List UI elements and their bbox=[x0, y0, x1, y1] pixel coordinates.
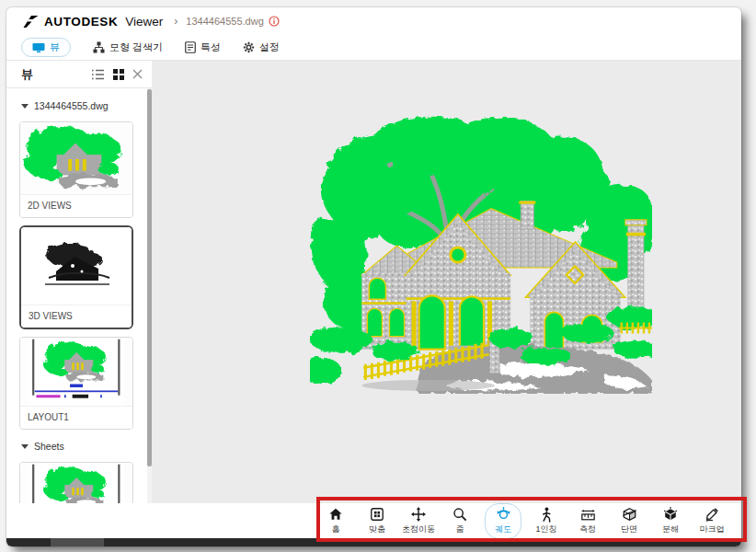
view-thumbnail-card-sheet-layout1[interactable]: LAYOUT1 bbox=[19, 462, 133, 503]
panel-title: 뷰 bbox=[21, 66, 84, 83]
tool-markup[interactable]: 마크업 bbox=[695, 506, 728, 535]
tool-pan[interactable]: 초점이동 bbox=[402, 506, 435, 535]
tab-label: 뷰 bbox=[50, 40, 60, 54]
view-thumbnail-card-layout1[interactable]: LAYOUT1 bbox=[19, 337, 133, 430]
tool-explode[interactable]: 분해 bbox=[654, 506, 687, 535]
tool-orbit[interactable]: 궤도 bbox=[485, 503, 521, 539]
tab-label: 설정 bbox=[259, 40, 280, 54]
tab-view[interactable]: 뷰 bbox=[21, 38, 71, 57]
first-person-icon bbox=[540, 506, 553, 523]
viewer-canvas[interactable] bbox=[152, 61, 741, 503]
autodesk-logo-icon bbox=[23, 15, 39, 29]
document-icon bbox=[185, 41, 196, 53]
thumbnail-label: 2D VIEWS bbox=[20, 194, 132, 217]
tool-home[interactable]: 홈 bbox=[319, 506, 352, 535]
tab-model-browser[interactable]: 모형 검색기 bbox=[93, 40, 163, 54]
view-thumbnail-card-2d[interactable]: 2D VIEWS bbox=[19, 121, 133, 218]
brand-name: AUTODESK bbox=[44, 15, 118, 29]
main-tabbar: 뷰 모형 검색기 특성 설정 bbox=[6, 35, 741, 61]
tree-item-label: 1344464555.dwg bbox=[34, 100, 109, 111]
model-tree-icon bbox=[93, 41, 105, 53]
views-panel-header: 뷰 bbox=[6, 61, 152, 88]
autodesk-logo[interactable]: AUTODESK Viewer bbox=[23, 15, 163, 29]
viewer-window: AUTODESK Viewer › 1344464555.dwg 뷰 bbox=[6, 7, 741, 546]
tree-item-label: Sheets bbox=[34, 441, 64, 452]
window-bottom-edge-highlight bbox=[51, 538, 104, 546]
fit-icon bbox=[370, 506, 384, 523]
explode-icon bbox=[663, 506, 678, 523]
tool-fit[interactable]: 맞춤 bbox=[361, 506, 394, 535]
thumbnail-label: LAYOUT1 bbox=[20, 406, 132, 429]
views-panel: 뷰 1344464555.dwg bbox=[6, 61, 152, 503]
thumbnail-3d-views bbox=[21, 227, 132, 305]
grid-view-icon[interactable] bbox=[113, 69, 124, 80]
views-panel-scroll-area: 1344464555.dwg 2D VIEWS 3D VIEWS LAYOUT1 bbox=[6, 88, 152, 503]
screenshot-stage: AUTODESK Viewer › 1344464555.dwg 뷰 bbox=[0, 0, 756, 552]
file-info-icon[interactable] bbox=[269, 16, 280, 27]
app-header: AUTODESK Viewer › 1344464555.dwg bbox=[6, 7, 741, 35]
markup-icon bbox=[704, 506, 719, 523]
thumbnail-label: 3D VIEWS bbox=[21, 305, 132, 328]
app-body: 뷰 1344464555.dwg bbox=[6, 61, 741, 503]
house-model-drawing bbox=[310, 116, 652, 394]
close-icon[interactable] bbox=[132, 69, 143, 79]
tab-settings[interactable]: 설정 bbox=[243, 40, 280, 54]
orbit-icon bbox=[496, 506, 511, 523]
caret-down-icon bbox=[21, 104, 29, 109]
product-name: Viewer bbox=[125, 15, 163, 29]
measure-icon bbox=[580, 506, 596, 523]
tree-item-sheets[interactable]: Sheets bbox=[6, 438, 152, 454]
breadcrumb-chevron: › bbox=[174, 15, 178, 28]
gear-icon bbox=[243, 41, 255, 53]
tool-zoom[interactable]: 줌 bbox=[443, 506, 476, 535]
section-icon bbox=[622, 506, 637, 523]
tab-label: 특성 bbox=[200, 40, 221, 54]
thumbnail-layout1 bbox=[20, 338, 132, 406]
tree-item-root[interactable]: 1344464555.dwg bbox=[6, 98, 152, 114]
tool-measure[interactable]: 측정 bbox=[571, 506, 604, 535]
thumbnail-2d-views bbox=[20, 122, 132, 194]
tool-first-person[interactable]: 1인칭 bbox=[530, 506, 563, 535]
viewer-toolbar: 홈 맞춤 초점이동 줌 bbox=[6, 503, 741, 538]
thumbnail-sheet-layout1 bbox=[20, 463, 132, 503]
breadcrumb-filename: 1344464555.dwg bbox=[186, 16, 263, 27]
monitor-icon bbox=[32, 42, 45, 53]
caret-down-icon bbox=[21, 444, 29, 449]
tab-label: 모형 검색기 bbox=[109, 40, 163, 54]
tab-properties[interactable]: 특성 bbox=[185, 40, 221, 54]
list-view-icon[interactable] bbox=[92, 69, 105, 80]
tool-section[interactable]: 단면 bbox=[613, 506, 646, 535]
home-icon bbox=[328, 506, 343, 523]
window-bottom-edge bbox=[6, 538, 741, 546]
pan-icon bbox=[411, 506, 426, 523]
view-thumbnail-card-3d[interactable]: 3D VIEWS bbox=[19, 225, 133, 329]
zoom-icon bbox=[452, 506, 467, 523]
